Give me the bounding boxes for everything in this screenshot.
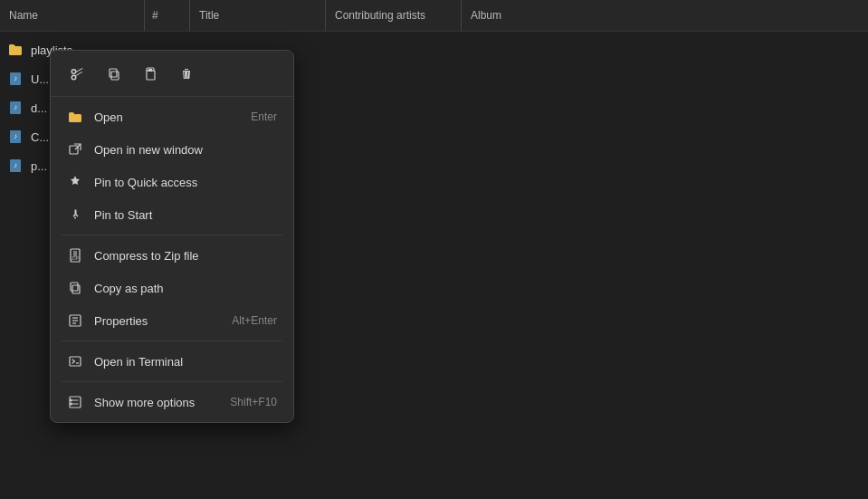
context-menu-pin-quick-access[interactable]: Pin to Quick access (54, 166, 290, 198)
pin-quick-access-icon (67, 174, 83, 190)
paste-button[interactable] (134, 60, 167, 89)
context-menu-compress[interactable]: ZIP Compress to Zip file (54, 239, 290, 272)
col-name-header[interactable]: Name (0, 0, 145, 31)
context-menu-copy-path[interactable]: Copy as path (54, 272, 290, 304)
context-menu: Open Enter Open in new window Pin to Qui… (50, 50, 294, 423)
context-menu-open[interactable]: Open Enter (54, 101, 290, 133)
col-title-header[interactable]: Title (190, 0, 326, 31)
terminal-icon (67, 353, 83, 369)
open-new-window-label: Open in new window (94, 143, 277, 157)
svg-point-26 (71, 399, 72, 401)
col-album-header[interactable]: Album (462, 0, 597, 31)
show-more-shortcut: Shift+F10 (230, 396, 277, 408)
delete-button[interactable] (170, 60, 203, 89)
cut-button[interactable] (62, 60, 94, 89)
copy-path-label: Copy as path (94, 282, 277, 295)
pin-start-icon (67, 206, 83, 223)
svg-rect-8 (111, 72, 119, 80)
svg-text:♪: ♪ (14, 74, 17, 82)
context-menu-open-new-window[interactable]: Open in new window (54, 133, 290, 166)
svg-text:ZIP: ZIP (72, 255, 79, 261)
show-more-icon (67, 394, 83, 410)
show-more-label: Show more options (94, 396, 219, 409)
compress-label: Compress to Zip file (94, 249, 277, 263)
open-shortcut: Enter (251, 110, 277, 123)
col-artists-header[interactable]: Contributing artists (326, 0, 462, 31)
explorer-header: Name # Title Contributing artists Album (0, 0, 868, 32)
pin-quick-access-label: Pin to Quick access (94, 176, 277, 189)
compress-icon: ZIP (67, 247, 83, 264)
properties-shortcut: Alt+Enter (232, 314, 277, 327)
svg-point-27 (71, 403, 72, 405)
svg-rect-17 (72, 285, 80, 293)
col-num-header[interactable]: # (145, 0, 190, 31)
pin-start-label: Pin to Start (94, 208, 277, 222)
open-new-window-icon (67, 141, 83, 158)
context-menu-properties[interactable]: Properties Alt+Enter (54, 304, 290, 337)
context-menu-show-more[interactable]: Show more options Shift+F10 (54, 386, 290, 418)
context-menu-icon-bar (51, 54, 293, 97)
ctx-separator-1 (62, 235, 282, 235)
music-icon: ♪ (7, 100, 24, 116)
svg-rect-18 (71, 283, 78, 291)
open-label: Open (94, 110, 240, 124)
context-menu-open-terminal[interactable]: Open in Terminal (54, 345, 290, 378)
svg-rect-10 (147, 71, 155, 80)
music-icon: ♪ (7, 129, 24, 145)
context-menu-pin-start[interactable]: Pin to Start (54, 198, 290, 231)
ctx-separator-2 (62, 341, 282, 341)
svg-rect-25 (70, 397, 81, 408)
folder-icon (7, 42, 24, 58)
music-icon: ♪ (7, 71, 24, 87)
open-icon (67, 109, 83, 125)
svg-rect-9 (110, 69, 117, 77)
ctx-separator-3 (62, 381, 282, 382)
open-terminal-label: Open in Terminal (94, 355, 277, 369)
copy-button[interactable] (98, 60, 130, 89)
properties-icon (67, 312, 83, 329)
svg-text:♪: ♪ (14, 132, 17, 140)
svg-rect-11 (70, 146, 78, 154)
svg-text:♪: ♪ (14, 103, 17, 111)
copy-path-icon (67, 280, 83, 296)
svg-text:♪: ♪ (14, 161, 17, 169)
properties-label: Properties (94, 314, 221, 328)
music-icon: ♪ (7, 158, 24, 174)
